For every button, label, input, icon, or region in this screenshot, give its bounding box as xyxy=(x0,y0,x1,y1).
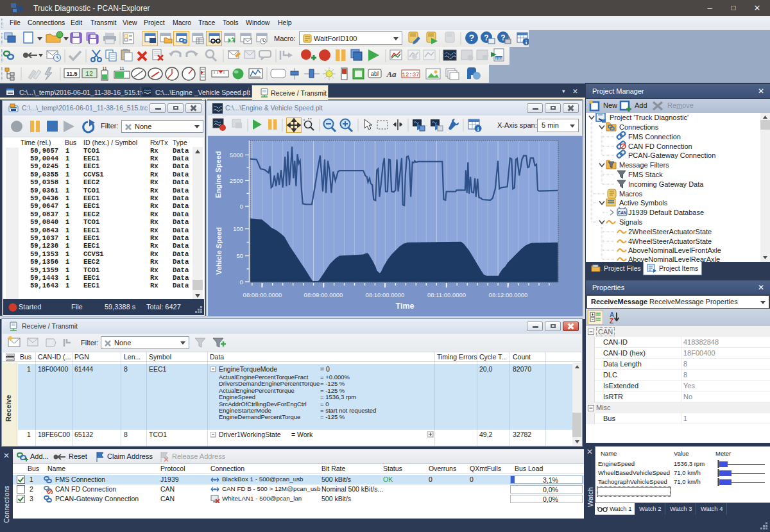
svg-text:FMS Stack: FMS Stack xyxy=(628,171,663,178)
svg-text:Project 'Truck Diagnostic': Project 'Truck Diagnostic' xyxy=(610,114,689,121)
svg-text:AboveNominalLevelRearAxle: AboveNominalLevelRearAxle xyxy=(628,255,720,262)
svg-text:11: 11 xyxy=(102,66,107,71)
svg-text:08:10:00.0000: 08:10:00.0000 xyxy=(366,291,405,298)
svg-text:?: ? xyxy=(469,33,475,43)
svg-text:Time: Time xyxy=(396,302,415,311)
svg-text:Active Symbols: Active Symbols xyxy=(619,199,668,207)
svg-text:CAN: CAN xyxy=(617,210,626,215)
svg-text:08:08:00.0000: 08:08:00.0000 xyxy=(243,291,282,298)
svg-text:08:11:00.0000: 08:11:00.0000 xyxy=(427,291,466,298)
svg-text:0: 0 xyxy=(240,279,243,286)
svg-text:100: 100 xyxy=(233,225,243,232)
svg-text:2500: 2500 xyxy=(230,177,243,184)
svg-text:0: 0 xyxy=(240,203,243,210)
svg-text:08:09:00.0000: 08:09:00.0000 xyxy=(304,291,343,298)
svg-text:Signals: Signals xyxy=(619,218,643,226)
svg-text:11.5: 11.5 xyxy=(66,71,77,77)
svg-text:Z: Z xyxy=(610,318,613,325)
svg-text:08:12:00.0000: 08:12:00.0000 xyxy=(489,291,528,298)
svg-text:50: 50 xyxy=(236,252,243,259)
svg-text:2WheelSteerActuatorState: 2WheelSteerActuatorState xyxy=(628,228,712,236)
svg-text:PCAN-Gateway Connection: PCAN-Gateway Connection xyxy=(628,151,715,159)
svg-text:4WheelSteerActuatorState: 4WheelSteerActuatorState xyxy=(628,237,712,245)
svg-text:888: 888 xyxy=(495,56,502,61)
svg-text:Vehicle Speed: Vehicle Speed xyxy=(215,227,223,275)
svg-text:Engine Speed: Engine Speed xyxy=(214,151,222,198)
svg-text:CAN FD Connection: CAN FD Connection xyxy=(628,142,692,150)
svg-text:J1939 Default Database: J1939 Default Database xyxy=(628,209,704,216)
svg-text:Message Filters: Message Filters xyxy=(619,161,669,169)
svg-text:Aa: Aa xyxy=(386,69,397,79)
svg-text:AboveNominalLevelFrontAxle: AboveNominalLevelFrontAxle xyxy=(628,246,721,254)
svg-text:Incoming Gateway Data: Incoming Gateway Data xyxy=(628,180,704,188)
svg-text:5000: 5000 xyxy=(230,151,243,159)
svg-text:12:37: 12:37 xyxy=(402,72,419,78)
svg-text:FMS Connection: FMS Connection xyxy=(628,133,681,141)
svg-text:abl: abl xyxy=(371,71,379,77)
svg-text:12: 12 xyxy=(85,71,93,78)
svg-text:Connections: Connections xyxy=(619,123,659,131)
svg-text:11: 11 xyxy=(119,66,124,71)
svg-text:Macros: Macros xyxy=(619,190,643,198)
